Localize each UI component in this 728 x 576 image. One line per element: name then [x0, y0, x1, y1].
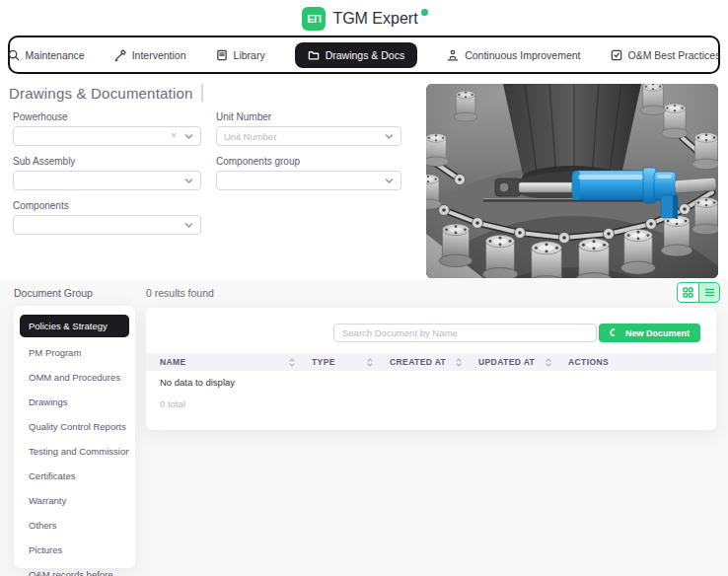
- chevron-down-icon: [184, 177, 193, 185]
- unit-number-select[interactable]: Unit Number: [216, 126, 401, 146]
- list-icon: [704, 287, 715, 298]
- document-group-item-omm-procedures[interactable]: OMM and Procedures: [20, 368, 129, 387]
- nav-label: Intervention: [132, 49, 186, 61]
- nav-item-om-best-practices[interactable]: O&M Best Practices: [611, 49, 721, 61]
- document-group-item-testing-commissioning[interactable]: Testing and Commissioning: [20, 442, 129, 461]
- grid-icon: [683, 287, 693, 298]
- document-group-item-drawings[interactable]: Drawings: [20, 393, 129, 411]
- title-divider: [201, 84, 203, 102]
- column-label: TYPE: [312, 357, 335, 367]
- document-group-sidebar: Policies & Strategy PM Program OMM and P…: [14, 306, 135, 568]
- nav-label: O&M Best Practices: [628, 49, 721, 61]
- document-group-item-pictures[interactable]: Pictures: [20, 540, 129, 559]
- filters-panel: Powerhouse × Unit Number Unit Number Sub…: [13, 111, 407, 235]
- document-group-item-om-records[interactable]: O&M records before: [20, 565, 129, 576]
- column-header-type[interactable]: TYPE: [312, 357, 390, 367]
- nav-label: Drawings & Docs: [326, 49, 405, 61]
- view-toggle: [677, 282, 720, 303]
- sort-icon: [546, 358, 551, 367]
- nav-item-continuous-improvement[interactable]: Continuous Improvement: [447, 49, 580, 61]
- unit-number-label: Unit Number: [216, 111, 401, 122]
- chevron-down-icon: [385, 132, 394, 141]
- documents-card: New Document NAME TYPE CREATED AT UPDATE…: [146, 308, 716, 430]
- chevron-down-icon: [184, 132, 193, 141]
- total-count: 0 total: [160, 398, 185, 409]
- tool-icon: [114, 49, 126, 61]
- document-group-item-policies-strategy[interactable]: Policies & Strategy: [20, 315, 129, 337]
- new-document-button[interactable]: New Document: [615, 324, 700, 342]
- powerhouse-label: Powerhouse: [13, 111, 201, 122]
- column-header-name[interactable]: NAME: [160, 357, 312, 367]
- filter-unit-number: Unit Number Unit Number: [216, 111, 401, 146]
- column-header-actions: ACTIONS: [568, 357, 716, 367]
- sub-assembly-label: Sub Assembly: [13, 156, 201, 167]
- app-logo: EП TGM Expert: [0, 5, 728, 33]
- column-label: ACTIONS: [568, 357, 609, 367]
- sort-icon: [456, 358, 462, 367]
- clear-icon[interactable]: ×: [171, 131, 177, 141]
- nav-item-maintenance[interactable]: Maintenance: [8, 49, 85, 61]
- chevron-down-icon: [184, 221, 193, 230]
- documents-table-header: NAME TYPE CREATED AT UPDATED AT ACTIONS: [146, 353, 716, 371]
- filter-powerhouse: Powerhouse ×: [13, 111, 201, 146]
- nav-item-drawings-docs[interactable]: Drawings & Docs: [295, 42, 418, 68]
- folder-icon: [308, 49, 320, 61]
- empty-state-text: No data to display: [160, 377, 235, 388]
- logo-mark-icon: EП: [302, 7, 326, 31]
- logo-text: TGM Expert: [332, 10, 425, 28]
- column-header-updated-at[interactable]: UPDATED AT: [478, 357, 568, 367]
- results-count: 0 results found: [146, 287, 214, 299]
- column-label: UPDATED AT: [478, 357, 535, 367]
- turbine-mechanism-image: [426, 84, 718, 278]
- nav-label: Continuous Improvement: [465, 49, 580, 61]
- column-label: NAME: [160, 357, 186, 367]
- nav-label: Library: [234, 49, 265, 61]
- components-group-select[interactable]: [216, 171, 401, 190]
- document-group-label: Document Group: [14, 287, 93, 299]
- document-group-item-pm-program[interactable]: PM Program: [20, 343, 129, 362]
- powerhouse-select[interactable]: ×: [13, 126, 201, 146]
- search-icon: [8, 49, 20, 61]
- document-group-item-quality-control[interactable]: Quality Control Reports: [20, 417, 129, 436]
- filter-components: Components: [13, 200, 201, 235]
- column-header-created-at[interactable]: CREATED AT: [390, 357, 478, 367]
- filter-components-group: Components group: [216, 156, 401, 190]
- list-view-button[interactable]: [698, 282, 720, 303]
- filter-sub-assembly: Sub Assembly: [13, 156, 201, 190]
- sort-icon: [289, 358, 295, 367]
- person-chart-icon: [447, 49, 459, 61]
- documents-section: Document Group 0 results found Policies …: [0, 279, 728, 576]
- nav-label: Maintenance: [26, 49, 85, 61]
- document-group-item-others[interactable]: Others: [20, 516, 129, 535]
- nav-item-intervention[interactable]: Intervention: [114, 49, 186, 61]
- components-select[interactable]: [13, 215, 201, 235]
- search-input[interactable]: [333, 324, 597, 342]
- logo-green-dot-icon: [421, 9, 428, 16]
- components-label: Components: [13, 200, 201, 211]
- book-icon: [216, 49, 228, 61]
- grid-view-button[interactable]: [677, 282, 698, 303]
- main-nav: Maintenance Intervention Library Drawing…: [8, 36, 720, 74]
- logo-text-label: TGM Expert: [332, 10, 417, 27]
- sub-assembly-select[interactable]: [13, 171, 201, 190]
- document-group-item-certificates[interactable]: Certificates: [20, 467, 129, 485]
- nav-item-library[interactable]: Library: [216, 49, 265, 61]
- column-label: CREATED AT: [390, 357, 446, 367]
- chevron-down-icon: [385, 177, 394, 185]
- sort-icon: [367, 358, 373, 367]
- turbine-illustration: [426, 84, 718, 278]
- page-title: Drawings & Documentation: [9, 85, 193, 102]
- document-group-item-warranty[interactable]: Warranty: [20, 491, 129, 510]
- check-square-icon: [611, 49, 622, 61]
- components-group-label: Components group: [216, 156, 401, 167]
- unit-number-placeholder: Unit Number: [224, 131, 385, 142]
